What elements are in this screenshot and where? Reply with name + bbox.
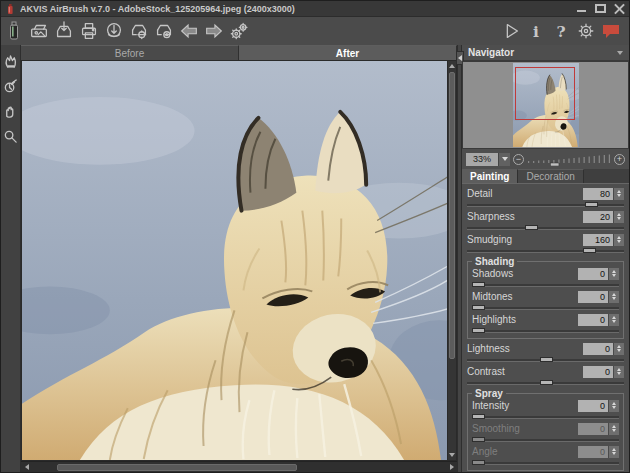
shadows-spinbox[interactable]: 0 bbox=[578, 268, 619, 280]
print-icon[interactable] bbox=[76, 19, 101, 43]
redo-icon[interactable] bbox=[201, 19, 226, 43]
contrast-label: Contrast bbox=[467, 366, 583, 377]
detail-label: Detail bbox=[467, 188, 583, 199]
sharpness-slider[interactable] bbox=[467, 224, 624, 231]
settings-panel: Navigator 33% − bbox=[462, 45, 629, 472]
angle-spinbox: 0 bbox=[578, 446, 619, 458]
navigator-thumbnail[interactable] bbox=[513, 63, 579, 147]
painting-controls: Detail 80 Sharpness 20 Smudging 160 Shad… bbox=[462, 184, 629, 472]
app-window: AKVIS AirBrush v.7.0 - AdobeStock_125205… bbox=[0, 0, 630, 473]
midtones-label: Midtones bbox=[472, 291, 578, 302]
contrast-slider[interactable] bbox=[467, 379, 624, 386]
navigator-menu-icon[interactable] bbox=[617, 51, 623, 55]
close-icon[interactable] bbox=[614, 4, 625, 13]
smoothing-spinbox: 0 bbox=[578, 423, 619, 435]
svg-text:?: ? bbox=[556, 22, 565, 41]
feedback-icon[interactable] bbox=[598, 19, 623, 43]
save-image-icon[interactable] bbox=[51, 19, 76, 43]
shadows-slider[interactable] bbox=[472, 281, 619, 288]
open-image-icon[interactable] bbox=[26, 19, 51, 43]
navigator-preview[interactable] bbox=[462, 61, 629, 149]
vertical-scrollbar[interactable] bbox=[447, 60, 457, 461]
smudging-spinbox[interactable]: 160 bbox=[583, 234, 624, 246]
midtones-slider[interactable] bbox=[472, 304, 619, 311]
fox-image bbox=[22, 61, 447, 460]
spinner-icon bbox=[608, 446, 619, 458]
spinner-icon[interactable] bbox=[608, 268, 619, 280]
spinner-icon[interactable] bbox=[608, 314, 619, 326]
sharpness-spinbox[interactable]: 20 bbox=[583, 211, 624, 223]
midtones-spinbox[interactable]: 0 bbox=[578, 291, 619, 303]
horizontal-scrollbar[interactable] bbox=[21, 461, 457, 472]
history-brush-icon[interactable] bbox=[3, 78, 19, 94]
zoom-slider-thumb[interactable] bbox=[551, 163, 559, 166]
detail-slider[interactable] bbox=[467, 201, 624, 208]
scroll-down-icon[interactable] bbox=[448, 450, 456, 460]
zoom-slider[interactable] bbox=[527, 152, 611, 166]
titlebar[interactable]: AKVIS AirBrush v.7.0 - AdobeStock_125205… bbox=[1, 1, 629, 17]
publish-share-icon[interactable] bbox=[101, 19, 126, 43]
zoom-in-button[interactable]: + bbox=[614, 154, 625, 165]
scroll-up-icon[interactable] bbox=[448, 61, 456, 71]
navigator-view-frame[interactable] bbox=[515, 67, 575, 120]
maximize-icon[interactable] bbox=[595, 4, 606, 13]
smoothing-label: Smoothing bbox=[472, 423, 578, 434]
tab-after[interactable]: After bbox=[239, 45, 457, 60]
zoom-level-value[interactable]: 33% bbox=[466, 153, 498, 166]
spinner-icon[interactable] bbox=[613, 343, 624, 355]
detail-spinbox[interactable]: 80 bbox=[583, 188, 624, 200]
spinner-icon[interactable] bbox=[613, 234, 624, 246]
export-presets-icon[interactable] bbox=[151, 19, 176, 43]
preferences-gear-icon[interactable] bbox=[573, 19, 598, 43]
hand-pan-icon[interactable] bbox=[3, 103, 19, 119]
intensity-spinbox[interactable]: 0 bbox=[578, 400, 619, 412]
highlights-slider[interactable] bbox=[472, 327, 619, 334]
spray-group-title: Spray bbox=[472, 388, 506, 399]
undo-icon[interactable] bbox=[176, 19, 201, 43]
tab-decoration[interactable]: Decoration bbox=[518, 169, 583, 183]
zoom-magnifier-icon[interactable] bbox=[3, 128, 19, 144]
airbrush-logo-icon[interactable] bbox=[1, 19, 26, 43]
scroll-right-icon[interactable] bbox=[446, 462, 457, 473]
minimize-icon[interactable] bbox=[576, 4, 587, 13]
navigator-header[interactable]: Navigator bbox=[462, 45, 629, 61]
intensity-slider[interactable] bbox=[472, 413, 619, 420]
smudging-slider[interactable] bbox=[467, 247, 624, 254]
smudging-label: Smudging bbox=[467, 234, 583, 245]
help-icon[interactable]: ? bbox=[548, 19, 573, 43]
smoothing-slider bbox=[472, 436, 619, 443]
svg-text:i: i bbox=[533, 22, 539, 41]
settings-tabbar: Painting Decoration bbox=[462, 169, 629, 184]
run-icon[interactable] bbox=[498, 19, 523, 43]
import-presets-icon[interactable] bbox=[126, 19, 151, 43]
about-icon[interactable]: i bbox=[523, 19, 548, 43]
horizontal-scroll-thumb[interactable] bbox=[57, 464, 297, 471]
zoom-dropdown-icon[interactable] bbox=[498, 153, 510, 166]
toolbar: i ? bbox=[1, 17, 629, 45]
lightness-slider[interactable] bbox=[467, 356, 624, 363]
scroll-left-icon[interactable] bbox=[21, 462, 32, 473]
intensity-label: Intensity bbox=[472, 400, 578, 411]
navigator-title: Navigator bbox=[468, 47, 514, 58]
tab-before[interactable]: Before bbox=[21, 45, 239, 60]
vertical-scroll-thumb[interactable] bbox=[449, 72, 455, 359]
zoom-out-button[interactable]: − bbox=[513, 154, 524, 165]
contrast-spinbox[interactable]: 0 bbox=[583, 366, 624, 378]
window-title: AKVIS AirBrush v.7.0 - AdobeStock_125205… bbox=[20, 4, 295, 14]
lightness-label: Lightness bbox=[467, 343, 583, 354]
spinner-icon[interactable] bbox=[608, 291, 619, 303]
spinner-icon[interactable] bbox=[613, 211, 624, 223]
tools-sidebar bbox=[1, 45, 21, 472]
spinner-icon[interactable] bbox=[608, 400, 619, 412]
batch-processing-icon[interactable] bbox=[226, 19, 251, 43]
view-tabbar: Before After bbox=[21, 45, 457, 60]
spinner-icon[interactable] bbox=[613, 366, 624, 378]
spinner-icon[interactable] bbox=[613, 188, 624, 200]
shading-group: Shading Shadows 0 Midtones 0 Highlights … bbox=[467, 256, 624, 339]
zoom-level-select[interactable]: 33% bbox=[466, 153, 510, 166]
highlights-spinbox[interactable]: 0 bbox=[578, 314, 619, 326]
lightness-spinbox[interactable]: 0 bbox=[583, 343, 624, 355]
image-canvas[interactable] bbox=[21, 60, 447, 461]
tab-painting[interactable]: Painting bbox=[462, 169, 518, 183]
preview-brush-icon[interactable] bbox=[3, 53, 19, 69]
